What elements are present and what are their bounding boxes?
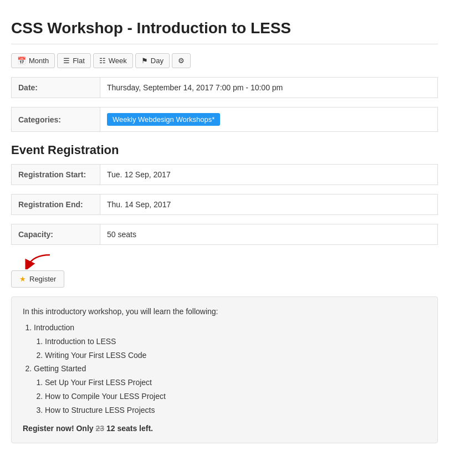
list-icon: ☰ xyxy=(63,57,70,65)
info-box: In this introductory workshop, you will … xyxy=(11,296,438,443)
reg-end-table: Registration End: Thu. 14 Sep, 2017 xyxy=(11,194,438,215)
page-title: CSS Workshop - Introduction to LESS xyxy=(11,11,438,44)
register-area: ★ Register xyxy=(11,254,438,288)
reg-start-value: Tue. 12 Sep, 2017 xyxy=(100,165,438,185)
date-row: Date: Thursday, September 14, 2017 7:00 … xyxy=(12,78,438,98)
nav-settings[interactable]: ⚙ xyxy=(172,53,191,68)
nav-month-label: Month xyxy=(29,57,49,65)
notice-prefix: Register now! Only xyxy=(23,424,95,433)
capacity-row: Capacity: 50 seats xyxy=(12,224,438,245)
reg-start-row: Registration Start: Tue. 12 Sep, 2017 xyxy=(12,165,438,185)
toc-item-1: Introduction xyxy=(34,323,74,332)
reg-end-label: Registration End: xyxy=(12,195,100,215)
reg-start-table: Registration Start: Tue. 12 Sep, 2017 xyxy=(11,164,438,185)
registration-section-title: Event Registration xyxy=(11,143,438,157)
nav-flat[interactable]: ☰ Flat xyxy=(57,53,91,68)
toc-list: Introduction Introduction to LESS Writin… xyxy=(23,321,426,417)
old-seats: 23 xyxy=(95,424,104,433)
toc-sublist-1: Introduction to LESS Writing Your First … xyxy=(34,335,426,362)
toc-item-2: Getting Started xyxy=(34,364,86,373)
arrow-container xyxy=(11,254,55,269)
reg-end-value: Thu. 14 Sep, 2017 xyxy=(100,195,438,215)
category-badge[interactable]: Weekly Webdesign Workshops* xyxy=(107,113,220,126)
intro-text: In this introductory workshop, you will … xyxy=(23,307,426,316)
categories-label: Categories: xyxy=(12,108,100,132)
arrow-icon xyxy=(22,254,55,269)
bookmark-icon: ⚑ xyxy=(141,57,148,65)
register-notice: Register now! Only 23 12 seats left. xyxy=(23,424,426,433)
nav-bar: 📅 Month ☰ Flat ☷ Week ⚑ Day ⚙ xyxy=(11,53,438,68)
nav-flat-label: Flat xyxy=(73,57,85,65)
reg-end-row: Registration End: Thu. 14 Sep, 2017 xyxy=(12,195,438,215)
register-button[interactable]: ★ Register xyxy=(11,270,64,288)
nav-week[interactable]: ☷ Week xyxy=(93,53,133,68)
calendar-icon: 📅 xyxy=(17,57,26,65)
list-item: Getting Started Set Up Your First LESS P… xyxy=(34,362,426,417)
list-item: Writing Your First LESS Code xyxy=(45,349,426,362)
categories-row: Categories: Weekly Webdesign Workshops* xyxy=(12,108,438,132)
list-item: Set Up Your First LESS Project xyxy=(45,376,426,390)
date-label: Date: xyxy=(12,78,100,98)
date-table: Date: Thursday, September 14, 2017 7:00 … xyxy=(11,77,438,98)
toc-sublist-2: Set Up Your First LESS Project How to Co… xyxy=(34,376,426,417)
capacity-table: Capacity: 50 seats xyxy=(11,224,438,245)
nav-day[interactable]: ⚑ Day xyxy=(135,53,170,68)
nav-week-label: Week xyxy=(109,57,127,65)
list-item: How to Compile Your LESS Project xyxy=(45,390,426,403)
capacity-value: 50 seats xyxy=(100,224,438,245)
reg-start-label: Registration Start: xyxy=(12,165,100,185)
list-item: How to Structure LESS Projects xyxy=(45,404,426,417)
new-seats: 12 xyxy=(106,424,115,433)
register-label: Register xyxy=(29,275,56,283)
capacity-label: Capacity: xyxy=(12,224,100,245)
gear-icon: ⚙ xyxy=(178,57,185,65)
categories-value: Weekly Webdesign Workshops* xyxy=(100,108,438,132)
list-item: Introduction to LESS xyxy=(45,335,426,349)
star-icon: ★ xyxy=(19,275,26,283)
categories-table: Categories: Weekly Webdesign Workshops* xyxy=(11,107,438,132)
list-item: Introduction Introduction to LESS Writin… xyxy=(34,321,426,362)
date-value: Thursday, September 14, 2017 7:00 pm - 1… xyxy=(100,78,438,98)
nav-month[interactable]: 📅 Month xyxy=(11,53,55,68)
nav-day-label: Day xyxy=(151,57,164,65)
notice-suffix: seats left. xyxy=(115,424,153,433)
table-icon: ☷ xyxy=(99,57,106,65)
